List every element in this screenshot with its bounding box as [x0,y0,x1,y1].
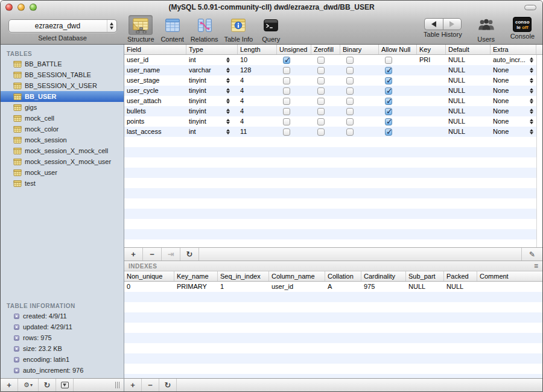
field-name-cell[interactable]: bullets [124,106,186,116]
field-row[interactable]: last_access int 11 NULL [124,127,536,137]
field-name-cell[interactable]: user_name [124,65,186,75]
column-header-collation[interactable]: Collation [325,271,361,281]
vertical-scrollbar-track[interactable] [536,55,542,247]
type-cell[interactable]: tinyint [186,86,238,96]
length-cell[interactable]: 10 [238,55,277,65]
column-header-key[interactable]: Key [417,45,446,54]
sidebar-table-item[interactable]: gigs [1,102,124,113]
allow-null-checkbox[interactable] [385,108,392,115]
allow-null-checkbox[interactable] [385,77,392,84]
column-header-default[interactable]: Default [446,45,491,54]
duplicate-field-button[interactable]: ⇥ [162,248,180,261]
toolbar-item-query[interactable]: Query [256,14,286,44]
refresh-indexes-button[interactable]: ↻ [159,379,177,391]
non-unique-cell[interactable]: 0 [124,282,174,292]
column-header-packed[interactable]: Packed [444,271,477,281]
length-cell[interactable]: 4 [238,96,277,106]
type-cell[interactable]: int [186,127,238,137]
length-cell[interactable]: 4 [238,86,277,96]
column-header-binary[interactable]: Binary [340,45,379,54]
field-name-cell[interactable]: user_stage [124,75,186,86]
key-name-cell[interactable]: PRIMARY [174,282,218,292]
unsigned-checkbox[interactable] [283,128,290,136]
extra-cell[interactable]: None [491,75,536,86]
zerofill-checkbox[interactable] [317,77,325,84]
allow-null-checkbox[interactable] [385,98,392,105]
column-header-column-name[interactable]: Column_name [269,271,325,281]
allow-null-checkbox[interactable] [385,87,392,95]
collation-cell[interactable]: A [325,282,361,292]
zerofill-checkbox[interactable] [317,67,325,74]
toolbar-item-content[interactable]: Content [157,14,188,44]
edit-field-button[interactable]: ✎ [521,248,542,261]
toolbar-item-relations[interactable]: Relations [188,14,221,44]
default-cell[interactable]: NULL [446,106,491,116]
default-cell[interactable]: NULL [446,55,491,65]
unsigned-checkbox[interactable] [283,77,290,84]
default-cell[interactable]: NULL [446,96,491,106]
history-back-button[interactable] [424,18,443,30]
field-row[interactable]: user_id int 10 PRI NULL [124,55,536,65]
toolbar-item-table-info[interactable]: Table Info [221,14,256,44]
unsigned-checkbox[interactable] [283,67,290,74]
field-row[interactable]: points tinyint 4 NULL [124,116,536,127]
add-table-button[interactable]: + [1,379,18,391]
toolbar-toggle-lozenge[interactable] [524,5,536,10]
type-cell[interactable]: tinyint [186,116,238,127]
sidebar-table-item[interactable]: BB_USER [1,91,124,102]
default-cell[interactable]: NULL [446,65,491,75]
zerofill-checkbox[interactable] [317,118,325,125]
comment-cell[interactable] [477,282,542,292]
length-cell[interactable]: 4 [238,116,277,127]
field-row[interactable]: user_name varchar 128 NULL [124,65,536,75]
remove-index-button[interactable]: − [142,379,159,391]
binary-checkbox[interactable] [346,87,354,95]
sidebar-table-item[interactable]: mock_color [1,124,124,134]
column-name-cell[interactable]: user_id [269,282,325,292]
binary-checkbox[interactable] [346,57,354,64]
export-table-button[interactable] [56,379,74,391]
index-row[interactable]: 0 PRIMARY 1 user_id A 975 NULL NULL [124,282,542,292]
type-stepper-icon[interactable] [226,57,230,63]
extra-stepper-icon[interactable] [530,78,533,83]
extra-cell[interactable]: None [491,96,536,106]
extra-stepper-icon[interactable] [530,98,533,104]
field-row[interactable]: user_attach tinyint 4 NULL [124,96,536,106]
field-name-cell[interactable]: user_attach [124,96,186,106]
default-cell[interactable]: NULL [446,75,491,86]
length-cell[interactable]: 11 [238,127,277,137]
type-cell[interactable]: int [186,55,238,65]
sidebar-table-item[interactable]: test [1,178,124,189]
unsigned-checkbox[interactable] [283,98,290,105]
type-stepper-icon[interactable] [226,119,230,124]
length-cell[interactable]: 4 [238,106,277,116]
allow-null-checkbox[interactable] [385,57,392,64]
extra-cell[interactable]: None [491,86,536,96]
binary-checkbox[interactable] [346,67,354,74]
column-header-key-name[interactable]: Key_name [174,271,218,281]
column-header-seq-in-index[interactable]: Seq_in_index [218,271,269,281]
column-header-type[interactable]: Type [186,45,238,54]
unsigned-checkbox[interactable] [283,57,290,64]
allow-null-checkbox[interactable] [385,118,392,125]
type-stepper-icon[interactable] [226,109,230,114]
binary-checkbox[interactable] [346,128,354,136]
minimize-button[interactable] [17,4,25,11]
toolbar-item-users[interactable]: Users [471,14,501,44]
type-cell[interactable]: tinyint [186,106,238,116]
column-header-field[interactable]: Field [124,45,186,54]
pane-resize-grip[interactable] [115,379,119,391]
type-stepper-icon[interactable] [226,78,230,83]
seq-in-index-cell[interactable]: 1 [218,282,269,292]
type-stepper-icon[interactable] [226,98,230,104]
sidebar-table-item[interactable]: mock_session_X_mock_cell [1,145,124,156]
cardinality-cell[interactable]: 975 [361,282,406,292]
add-field-button[interactable]: + [124,248,143,261]
type-stepper-icon[interactable] [226,68,230,73]
sidebar-table-item[interactable]: mock_session_X_mock_user [1,156,124,167]
column-header-unsigned[interactable]: Unsigned [277,45,311,54]
length-cell[interactable]: 4 [238,75,277,86]
field-name-cell[interactable]: user_cycle [124,86,186,96]
default-cell[interactable]: NULL [446,86,491,96]
column-header-allow-null[interactable]: Allow Null [379,45,417,54]
